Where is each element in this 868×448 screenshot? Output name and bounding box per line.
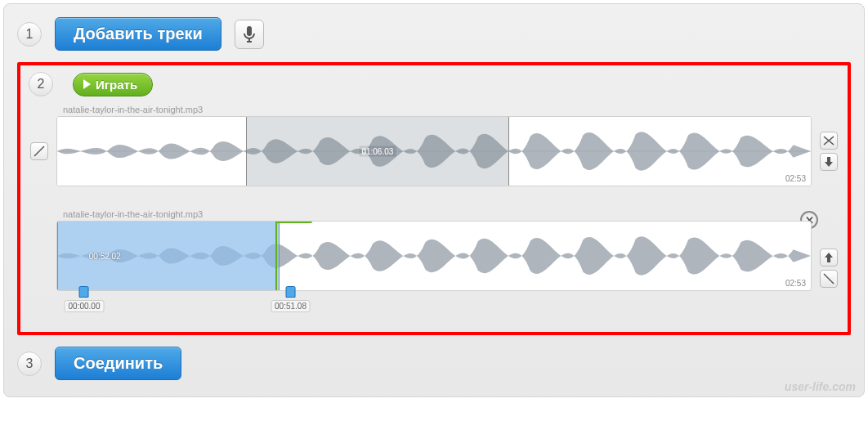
playhead[interactable]: 00:50.05 [275, 221, 277, 291]
track-block-1: natalie-taylor-in-the-air-tonight.mp3 [29, 105, 839, 186]
fade-in-icon [34, 146, 45, 157]
marker-handle-icon [286, 286, 296, 298]
track-block-2: natalie-taylor-in-the-air-tonight.mp3 ✕ … [29, 209, 839, 316]
track-right-controls [818, 132, 839, 171]
fade-in-button[interactable] [30, 142, 48, 160]
selection-region[interactable]: 01:06.03 [246, 117, 510, 186]
add-tracks-button[interactable]: Добавить треки [55, 17, 221, 51]
step-1-badge: 1 [17, 22, 42, 47]
step-2-highlighted: 2 Играть natalie-taylor-in-the-air-tonig… [17, 62, 851, 335]
marker-start-time: 00:00.00 [65, 300, 105, 312]
waveform[interactable]: 00:52.02 00:50.05 02:53 [56, 221, 812, 291]
track-filename: natalie-taylor-in-the-air-tonight.mp3 [63, 209, 839, 219]
crossfade-icon [823, 135, 834, 146]
move-up-button[interactable] [820, 249, 838, 267]
waveform-container[interactable]: 01:06.03 02:53 [56, 116, 812, 186]
marker-row: 00:00.00 00:51.08 [84, 291, 784, 316]
selection-center-time: 01:06.03 [359, 146, 396, 157]
step-2-badge: 2 [29, 72, 53, 96]
record-mic-button[interactable] [235, 20, 264, 49]
fade-out-button[interactable] [820, 270, 838, 288]
join-button[interactable]: Соединить [55, 347, 181, 380]
track-right-controls [818, 249, 839, 288]
audio-joiner-app: 1 Добавить треки 2 Играть natalie-taylor… [3, 3, 865, 397]
play-label: Играть [96, 78, 137, 92]
move-down-button[interactable] [820, 153, 838, 171]
track-row: ✕ 00:52.02 00:50.05 02:53 [29, 221, 839, 316]
marker-handle-icon [79, 286, 89, 298]
step-1-row: 1 Добавить треки [17, 11, 851, 57]
playhead-time: 00:50.05 [275, 221, 312, 223]
step-2-header: 2 Играть [29, 72, 839, 96]
step-3-badge: 3 [17, 352, 42, 376]
selection-start-marker[interactable]: 00:00.00 [65, 286, 105, 312]
track-filename: natalie-taylor-in-the-air-tonight.mp3 [63, 105, 839, 114]
selection-region[interactable]: 00:52.02 [57, 222, 280, 290]
arrow-up-icon [824, 253, 834, 262]
track-duration: 02:53 [785, 174, 806, 183]
step-3-row: 3 Соединить [17, 340, 851, 387]
play-button[interactable]: Играть [73, 73, 153, 96]
track-duration: 02:53 [785, 279, 806, 288]
waveform-container[interactable]: ✕ 00:52.02 00:50.05 02:53 [56, 221, 812, 316]
track-row: 01:06.03 02:53 [29, 116, 839, 186]
crossfade-button[interactable] [820, 132, 838, 150]
track-left-controls [29, 142, 50, 160]
fade-out-icon [823, 273, 834, 284]
selection-end-marker[interactable]: 00:51.08 [271, 286, 311, 312]
play-icon [83, 79, 91, 89]
waveform[interactable]: 01:06.03 02:53 [56, 116, 812, 186]
marker-end-time: 00:51.08 [271, 300, 311, 312]
selection-time-label: 00:52.02 [89, 252, 121, 261]
microphone-icon [244, 26, 255, 43]
watermark: user-life.com [785, 380, 856, 393]
arrow-down-icon [824, 157, 834, 167]
